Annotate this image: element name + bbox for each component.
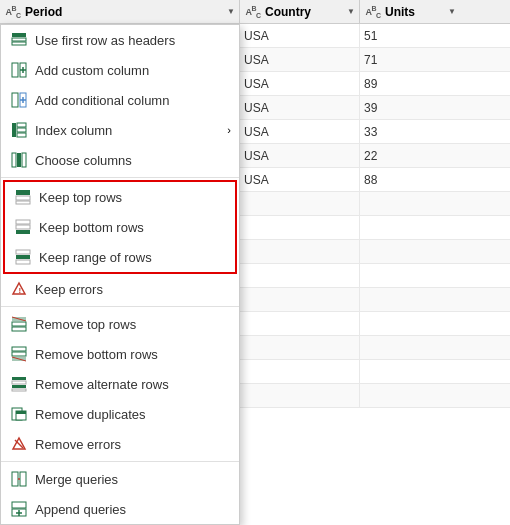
country-dropdown-icon[interactable]: ▼ xyxy=(347,7,355,16)
country-column-header[interactable]: ABC Country ▼ xyxy=(240,0,360,23)
menu-item-merge-queries[interactable]: Merge queries xyxy=(1,464,239,494)
menu-item-remove-bottom-rows[interactable]: Remove bottom rows xyxy=(1,339,239,369)
period-dropdown-icon[interactable]: ▼ xyxy=(227,7,235,16)
remove-errors-label: Remove errors xyxy=(35,437,231,452)
svg-rect-17 xyxy=(22,153,26,167)
svg-rect-31 xyxy=(12,322,26,326)
svg-rect-49 xyxy=(12,502,26,508)
svg-rect-7 xyxy=(12,93,18,107)
divider-3 xyxy=(1,461,239,462)
keep-errors-icon: ! xyxy=(9,279,29,299)
svg-rect-46 xyxy=(12,472,18,486)
svg-rect-25 xyxy=(16,255,30,259)
cell-country: USA xyxy=(240,96,360,119)
keep-range-of-rows-label: Keep range of rows xyxy=(39,250,227,265)
cell-country xyxy=(240,384,360,407)
svg-rect-12 xyxy=(17,123,26,127)
svg-rect-20 xyxy=(16,201,30,204)
keep-top-rows-icon xyxy=(13,187,33,207)
menu-item-keep-bottom-rows[interactable]: Keep bottom rows xyxy=(5,212,235,242)
svg-rect-21 xyxy=(16,220,30,224)
table-header: ABC Period ▼ ABC Country ▼ ABC Units ▼ xyxy=(0,0,510,24)
remove-bottom-rows-label: Remove bottom rows xyxy=(35,347,231,362)
cell-country xyxy=(240,336,360,359)
context-menu: Use first row as headers Add custom colu… xyxy=(0,24,240,525)
svg-rect-3 xyxy=(12,63,18,77)
svg-rect-32 xyxy=(12,327,26,331)
cell-country: USA xyxy=(240,168,360,191)
cell-units: 39 xyxy=(360,96,460,119)
cell-units xyxy=(360,288,460,311)
svg-rect-22 xyxy=(16,225,30,229)
index-column-arrow: › xyxy=(227,124,231,136)
cell-units xyxy=(360,336,460,359)
menu-item-choose-columns[interactable]: Choose columns xyxy=(1,145,239,175)
svg-rect-23 xyxy=(16,230,30,234)
period-type-icon: ABC xyxy=(4,5,22,19)
country-type-icon: ABC xyxy=(244,5,262,19)
remove-duplicates-icon xyxy=(9,404,29,424)
cell-country: USA xyxy=(240,48,360,71)
menu-item-keep-range-of-rows[interactable]: Keep range of rows xyxy=(5,242,235,272)
add-conditional-column-icon xyxy=(9,90,29,110)
keep-top-rows-label: Keep top rows xyxy=(39,190,227,205)
menu-item-add-custom-column[interactable]: Add custom column xyxy=(1,55,239,85)
remove-top-rows-label: Remove top rows xyxy=(35,317,231,332)
menu-item-append-queries[interactable]: Append queries xyxy=(1,494,239,524)
svg-text:!: ! xyxy=(19,286,22,295)
keep-range-of-rows-icon xyxy=(13,247,33,267)
menu-item-keep-top-rows[interactable]: Keep top rows xyxy=(5,182,235,212)
merge-queries-label: Merge queries xyxy=(35,472,231,487)
svg-rect-1 xyxy=(12,38,26,41)
menu-item-index-column[interactable]: Index column › xyxy=(1,115,239,145)
svg-rect-24 xyxy=(16,250,30,254)
cell-units xyxy=(360,216,460,239)
menu-item-remove-errors[interactable]: Remove errors xyxy=(1,429,239,459)
cell-country xyxy=(240,264,360,287)
cell-country: USA xyxy=(240,24,360,47)
svg-rect-11 xyxy=(12,123,16,137)
merge-queries-icon xyxy=(9,469,29,489)
remove-alternate-rows-label: Remove alternate rows xyxy=(35,377,231,392)
units-column-header[interactable]: ABC Units ▼ xyxy=(360,0,460,23)
cell-units xyxy=(360,192,460,215)
svg-rect-37 xyxy=(12,377,26,380)
period-column-header[interactable]: ABC Period ▼ xyxy=(0,0,240,23)
cell-country: USA xyxy=(240,72,360,95)
svg-rect-34 xyxy=(12,352,26,356)
svg-rect-47 xyxy=(20,472,26,486)
cell-country xyxy=(240,312,360,335)
svg-rect-19 xyxy=(16,196,30,200)
divider-2 xyxy=(1,306,239,307)
units-label: Units xyxy=(385,5,415,19)
remove-bottom-rows-icon xyxy=(9,344,29,364)
menu-item-remove-duplicates[interactable]: Remove duplicates xyxy=(1,399,239,429)
add-custom-column-icon xyxy=(9,60,29,80)
menu-item-remove-top-rows[interactable]: Remove top rows xyxy=(1,309,239,339)
cell-units: 88 xyxy=(360,168,460,191)
remove-errors-icon xyxy=(9,434,29,454)
menu-item-add-conditional-column[interactable]: Add conditional column xyxy=(1,85,239,115)
append-queries-label: Append queries xyxy=(35,502,231,517)
svg-rect-33 xyxy=(12,347,26,351)
cell-units xyxy=(360,312,460,335)
cell-units xyxy=(360,240,460,263)
svg-rect-13 xyxy=(17,128,26,132)
svg-rect-38 xyxy=(12,381,26,384)
cell-country xyxy=(240,288,360,311)
country-label: Country xyxy=(265,5,311,19)
keep-errors-label: Keep errors xyxy=(35,282,231,297)
units-dropdown-icon[interactable]: ▼ xyxy=(448,7,456,16)
svg-rect-18 xyxy=(16,190,30,195)
cell-units: 71 xyxy=(360,48,460,71)
menu-item-use-first-row[interactable]: Use first row as headers xyxy=(1,25,239,55)
cell-units: 51 xyxy=(360,24,460,47)
menu-item-remove-alternate-rows[interactable]: Remove alternate rows xyxy=(1,369,239,399)
svg-rect-39 xyxy=(12,385,26,388)
cell-units xyxy=(360,360,460,383)
remove-duplicates-label: Remove duplicates xyxy=(35,407,231,422)
period-label: Period xyxy=(25,5,62,19)
svg-rect-40 xyxy=(12,389,26,391)
keep-bottom-rows-label: Keep bottom rows xyxy=(39,220,227,235)
menu-item-keep-errors[interactable]: ! Keep errors xyxy=(1,274,239,304)
